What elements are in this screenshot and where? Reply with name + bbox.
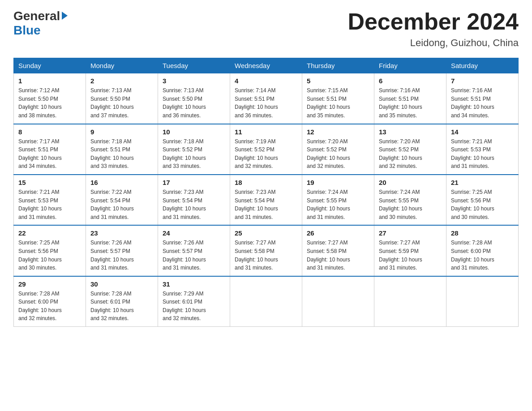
calendar-cell [374,276,446,327]
calendar-cell: 29Sunrise: 7:28 AMSunset: 6:00 PMDayligh… [14,276,86,327]
day-info: Sunrise: 7:28 AMSunset: 6:00 PMDaylight:… [18,290,81,323]
day-number: 15 [18,179,81,186]
day-number: 7 [451,77,514,85]
calendar-cell: 5Sunrise: 7:15 AMSunset: 5:51 PMDaylight… [302,73,374,124]
day-number: 1 [18,77,81,85]
day-number: 27 [379,229,442,237]
day-info: Sunrise: 7:27 AMSunset: 5:59 PMDaylight:… [379,239,442,272]
week-row-5: 29Sunrise: 7:28 AMSunset: 6:00 PMDayligh… [14,276,519,327]
logo: General Blue [13,9,68,38]
calendar-cell: 15Sunrise: 7:21 AMSunset: 5:53 PMDayligh… [14,175,86,225]
day-number: 23 [90,229,153,237]
calendar-cell: 6Sunrise: 7:16 AMSunset: 5:51 PMDaylight… [374,73,446,124]
day-number: 13 [379,128,442,136]
logo-general-text: General [13,9,60,23]
day-number: 8 [18,128,81,136]
day-number: 9 [90,128,153,136]
calendar-cell: 23Sunrise: 7:26 AMSunset: 5:57 PMDayligh… [86,225,158,276]
weekday-header-row: SundayMondayTuesdayWednesdayThursdayFrid… [14,58,519,73]
calendar-cell: 18Sunrise: 7:23 AMSunset: 5:54 PMDayligh… [230,175,302,225]
day-number: 2 [90,77,153,85]
day-number: 12 [307,128,369,136]
day-info: Sunrise: 7:13 AMSunset: 5:50 PMDaylight:… [90,86,153,120]
week-row-2: 8Sunrise: 7:17 AMSunset: 5:51 PMDaylight… [14,124,519,175]
day-number: 31 [163,280,225,288]
day-info: Sunrise: 7:21 AMSunset: 5:53 PMDaylight:… [18,188,81,221]
calendar-cell [302,276,374,327]
weekday-header-saturday: Saturday [446,58,519,73]
day-info: Sunrise: 7:27 AMSunset: 5:58 PMDaylight:… [235,239,297,272]
day-info: Sunrise: 7:14 AMSunset: 5:51 PMDaylight:… [235,86,297,120]
calendar-cell: 25Sunrise: 7:27 AMSunset: 5:58 PMDayligh… [230,225,302,276]
weekday-header-monday: Monday [86,58,158,73]
calendar-cell: 31Sunrise: 7:29 AMSunset: 6:01 PMDayligh… [158,276,230,327]
calendar-cell: 3Sunrise: 7:13 AMSunset: 5:50 PMDaylight… [158,73,230,124]
day-info: Sunrise: 7:27 AMSunset: 5:58 PMDaylight:… [307,239,369,272]
day-info: Sunrise: 7:21 AMSunset: 5:53 PMDaylight:… [451,137,514,171]
day-info: Sunrise: 7:13 AMSunset: 5:50 PMDaylight:… [163,86,225,120]
calendar-cell: 9Sunrise: 7:18 AMSunset: 5:51 PMDaylight… [86,124,158,175]
day-info: Sunrise: 7:28 AMSunset: 6:00 PMDaylight:… [451,239,514,272]
calendar-table: SundayMondayTuesdayWednesdayThursdayFrid… [13,58,519,327]
day-number: 17 [163,179,225,186]
day-number: 28 [451,229,514,237]
calendar-cell: 24Sunrise: 7:26 AMSunset: 5:57 PMDayligh… [158,225,230,276]
weekday-header-friday: Friday [374,58,446,73]
calendar-title: December 2024 [348,9,519,34]
calendar-cell: 19Sunrise: 7:24 AMSunset: 5:55 PMDayligh… [302,175,374,225]
day-number: 21 [451,179,514,186]
calendar-cell: 27Sunrise: 7:27 AMSunset: 5:59 PMDayligh… [374,225,446,276]
calendar-cell [446,276,519,327]
day-number: 3 [163,77,225,85]
day-number: 10 [163,128,225,136]
calendar-subtitle: Leidong, Guizhou, China [348,37,519,49]
calendar-cell: 20Sunrise: 7:24 AMSunset: 5:55 PMDayligh… [374,175,446,225]
day-info: Sunrise: 7:20 AMSunset: 5:52 PMDaylight:… [307,137,369,171]
day-number: 18 [235,179,297,186]
calendar-cell: 14Sunrise: 7:21 AMSunset: 5:53 PMDayligh… [446,124,519,175]
day-info: Sunrise: 7:25 AMSunset: 5:56 PMDaylight:… [451,188,514,221]
day-info: Sunrise: 7:18 AMSunset: 5:51 PMDaylight:… [90,137,153,171]
logo-blue-text: Blue [13,23,41,37]
calendar-cell: 7Sunrise: 7:16 AMSunset: 5:51 PMDaylight… [446,73,519,124]
day-info: Sunrise: 7:15 AMSunset: 5:51 PMDaylight:… [307,86,369,120]
header: General Blue December 2024 Leidong, Guiz… [13,9,519,49]
day-number: 16 [90,179,153,186]
calendar-cell: 10Sunrise: 7:18 AMSunset: 5:52 PMDayligh… [158,124,230,175]
day-info: Sunrise: 7:29 AMSunset: 6:01 PMDaylight:… [163,290,225,323]
title-area: December 2024 Leidong, Guizhou, China [348,9,519,49]
day-number: 19 [307,179,369,186]
calendar-cell: 4Sunrise: 7:14 AMSunset: 5:51 PMDaylight… [230,73,302,124]
day-info: Sunrise: 7:28 AMSunset: 6:01 PMDaylight:… [90,290,153,323]
day-info: Sunrise: 7:17 AMSunset: 5:51 PMDaylight:… [18,137,81,171]
weekday-header-tuesday: Tuesday [158,58,230,73]
weekday-header-sunday: Sunday [14,58,86,73]
week-row-1: 1Sunrise: 7:12 AMSunset: 5:50 PMDaylight… [14,73,519,124]
day-info: Sunrise: 7:19 AMSunset: 5:52 PMDaylight:… [235,137,297,171]
calendar-cell: 12Sunrise: 7:20 AMSunset: 5:52 PMDayligh… [302,124,374,175]
day-number: 11 [235,128,297,136]
day-info: Sunrise: 7:20 AMSunset: 5:52 PMDaylight:… [379,137,442,171]
day-info: Sunrise: 7:23 AMSunset: 5:54 PMDaylight:… [235,188,297,221]
calendar-cell: 26Sunrise: 7:27 AMSunset: 5:58 PMDayligh… [302,225,374,276]
day-info: Sunrise: 7:16 AMSunset: 5:51 PMDaylight:… [451,86,514,120]
calendar-cell: 28Sunrise: 7:28 AMSunset: 6:00 PMDayligh… [446,225,519,276]
week-row-3: 15Sunrise: 7:21 AMSunset: 5:53 PMDayligh… [14,175,519,225]
day-number: 20 [379,179,442,186]
day-info: Sunrise: 7:26 AMSunset: 5:57 PMDaylight:… [90,239,153,272]
day-number: 30 [90,280,153,288]
day-number: 29 [18,280,81,288]
day-info: Sunrise: 7:24 AMSunset: 5:55 PMDaylight:… [379,188,442,221]
day-info: Sunrise: 7:25 AMSunset: 5:56 PMDaylight:… [18,239,81,272]
calendar-cell: 13Sunrise: 7:20 AMSunset: 5:52 PMDayligh… [374,124,446,175]
week-row-4: 22Sunrise: 7:25 AMSunset: 5:56 PMDayligh… [14,225,519,276]
calendar-cell [230,276,302,327]
day-info: Sunrise: 7:24 AMSunset: 5:55 PMDaylight:… [307,188,369,221]
calendar-cell: 30Sunrise: 7:28 AMSunset: 6:01 PMDayligh… [86,276,158,327]
day-info: Sunrise: 7:16 AMSunset: 5:51 PMDaylight:… [379,86,442,120]
day-number: 25 [235,229,297,237]
calendar-cell: 21Sunrise: 7:25 AMSunset: 5:56 PMDayligh… [446,175,519,225]
calendar-cell: 22Sunrise: 7:25 AMSunset: 5:56 PMDayligh… [14,225,86,276]
day-info: Sunrise: 7:22 AMSunset: 5:54 PMDaylight:… [90,188,153,221]
day-number: 26 [307,229,369,237]
